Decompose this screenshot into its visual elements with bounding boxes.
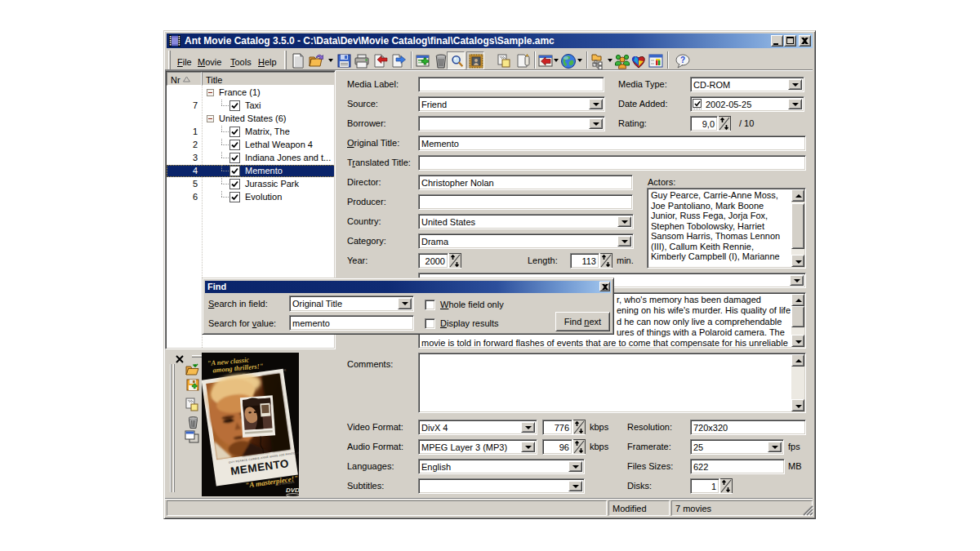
svg-text:DVD: DVD [286,487,299,494]
svg-text:?: ? [680,56,685,64]
